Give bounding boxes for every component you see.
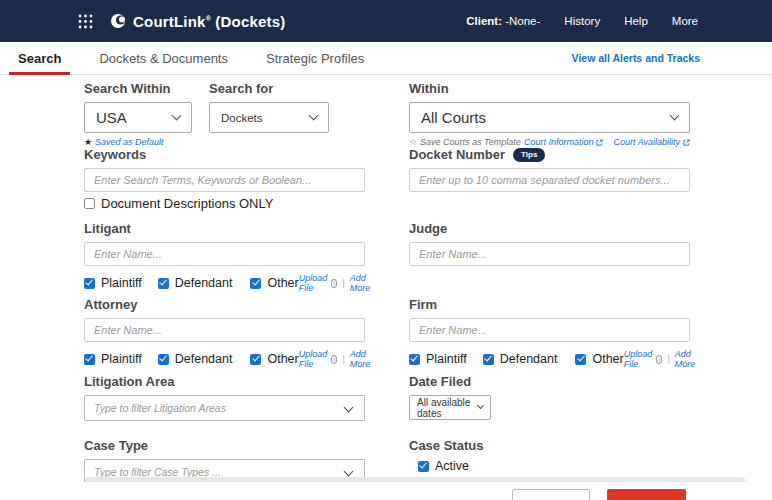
within-label: Within	[409, 81, 690, 96]
search-for-select[interactable]: Dockets	[209, 102, 329, 133]
checkbox-checked-icon[interactable]	[409, 354, 420, 365]
attorney-add-more-link[interactable]: Add More	[350, 349, 373, 369]
docket-number-input[interactable]	[409, 168, 690, 192]
tips-badge[interactable]: Tips	[513, 148, 545, 162]
firm-plaintiff-checkbox[interactable]: Plaintiff	[409, 352, 467, 366]
checkbox-unchecked-icon[interactable]	[84, 198, 95, 209]
attorney-label: Attorney	[84, 297, 365, 312]
litigant-add-more-link[interactable]: Add More	[350, 273, 373, 293]
attorney-other-checkbox[interactable]: Other	[250, 352, 298, 366]
search-within-label: Search Within	[84, 81, 192, 96]
view-alerts-tracks-link[interactable]: View all Alerts and Tracks	[572, 52, 700, 64]
litigant-defendant-checkbox[interactable]: Defendant	[158, 276, 233, 290]
save-courts-template-link[interactable]: ☆Save Courts as Template	[409, 137, 521, 147]
active-label: Active	[435, 459, 469, 473]
litigation-area-field: Litigation Area	[84, 374, 365, 421]
within-value: All Courts	[421, 109, 486, 126]
tab-strategic-profiles[interactable]: Strategic Profiles	[257, 42, 373, 74]
menu-item-more[interactable]: More	[672, 15, 698, 27]
firm-add-more-link[interactable]: Add More	[675, 349, 698, 369]
courtlink-logo-icon	[110, 13, 126, 29]
defendant-label: Defendant	[175, 352, 233, 366]
divider: |	[667, 354, 669, 364]
keywords-input[interactable]	[84, 168, 365, 192]
docket-number-label: Docket Number	[409, 147, 505, 162]
date-filed-value: All available dates	[417, 397, 478, 419]
tab-dockets-documents[interactable]: Dockets & Documents	[90, 42, 237, 74]
menu-item-history[interactable]: History	[564, 15, 600, 27]
tab-search[interactable]: Search	[9, 42, 70, 74]
judge-name-input[interactable]	[409, 242, 690, 266]
saved-as-default-link[interactable]: Saved as Default	[95, 137, 164, 147]
search-for-value: Dockets	[221, 112, 263, 124]
checkbox-checked-icon[interactable]	[158, 278, 169, 289]
firm-other-checkbox[interactable]: Other	[575, 352, 623, 366]
footer-secondary-button[interactable]	[512, 489, 590, 500]
keywords-field: Keywords Document Descriptions ONLY	[84, 147, 365, 211]
court-information-link[interactable]: Court Information	[524, 137, 604, 147]
top-app-bar: CourtLink® (Dockets) Client: -None- Hist…	[0, 0, 772, 42]
plaintiff-label: Plaintiff	[101, 276, 142, 290]
app-launcher-icon[interactable]	[78, 14, 93, 29]
search-for-field: Search for Dockets	[209, 81, 329, 133]
litigation-area-combobox[interactable]	[84, 395, 365, 421]
search-for-label: Search for	[209, 81, 329, 96]
client-value: -None-	[502, 15, 540, 27]
app-title: CourtLink® (Dockets)	[133, 13, 286, 30]
date-filed-label: Date Filed	[409, 374, 690, 389]
firm-field: Firm Plaintiff Defendant Other Upload Fi…	[409, 297, 690, 369]
court-availability-link[interactable]: Court Availability	[613, 137, 690, 147]
judge-label: Judge	[409, 221, 690, 236]
client-label: Client:	[466, 15, 502, 27]
chevron-down-icon	[477, 402, 484, 409]
divider: |	[342, 278, 344, 288]
client-selector[interactable]: Client: -None-	[466, 15, 540, 27]
chevron-down-icon	[172, 111, 182, 121]
case-status-label: Case Status	[409, 438, 690, 453]
star-outline-icon: ☆	[409, 137, 417, 147]
litigant-upload-file-link[interactable]: Upload File	[299, 273, 328, 293]
search-within-select[interactable]: USA	[84, 102, 192, 133]
divider: |	[342, 354, 344, 364]
footer-search-button[interactable]	[607, 489, 686, 500]
checkbox-checked-icon[interactable]	[84, 354, 95, 365]
firm-defendant-checkbox[interactable]: Defendant	[483, 352, 558, 366]
other-label: Other	[592, 352, 623, 366]
checkbox-checked-icon[interactable]	[575, 354, 586, 365]
date-filed-select[interactable]: All available dates	[409, 395, 491, 420]
doc-descriptions-label: Document Descriptions ONLY	[101, 196, 273, 211]
attorney-field: Attorney Plaintiff Defendant Other Uploa…	[84, 297, 365, 369]
litigant-other-checkbox[interactable]: Other	[250, 276, 298, 290]
checkbox-checked-icon[interactable]	[418, 461, 429, 472]
litigant-label: Litigant	[84, 221, 365, 236]
plaintiff-label: Plaintiff	[101, 352, 142, 366]
chevron-down-icon	[309, 111, 319, 121]
date-filed-field: Date Filed All available dates	[409, 374, 690, 420]
attorney-plaintiff-checkbox[interactable]: Plaintiff	[84, 352, 142, 366]
chevron-down-icon	[670, 111, 680, 121]
litigation-area-label: Litigation Area	[84, 374, 365, 389]
checkbox-checked-icon[interactable]	[483, 354, 494, 365]
checkbox-checked-icon[interactable]	[250, 354, 261, 365]
case-status-active-checkbox[interactable]: Active	[418, 459, 469, 473]
info-icon[interactable]: i	[331, 279, 337, 288]
info-icon[interactable]: i	[656, 355, 662, 364]
attorney-defendant-checkbox[interactable]: Defendant	[158, 352, 233, 366]
firm-upload-file-link[interactable]: Upload File	[624, 349, 653, 369]
within-courts-select[interactable]: All Courts	[409, 102, 690, 133]
attorney-name-input[interactable]	[84, 318, 365, 342]
judge-field: Judge	[409, 221, 690, 266]
firm-name-input[interactable]	[409, 318, 690, 342]
search-within-value: USA	[96, 109, 127, 126]
menu-item-help[interactable]: Help	[624, 15, 648, 27]
litigant-name-input[interactable]	[84, 242, 365, 266]
attorney-upload-file-link[interactable]: Upload File	[299, 349, 328, 369]
checkbox-checked-icon[interactable]	[158, 354, 169, 365]
plaintiff-label: Plaintiff	[426, 352, 467, 366]
defendant-label: Defendant	[175, 276, 233, 290]
doc-descriptions-checkbox[interactable]: Document Descriptions ONLY	[84, 196, 273, 211]
checkbox-checked-icon[interactable]	[84, 278, 95, 289]
info-icon[interactable]: i	[331, 355, 337, 364]
litigant-plaintiff-checkbox[interactable]: Plaintiff	[84, 276, 142, 290]
checkbox-checked-icon[interactable]	[250, 278, 261, 289]
